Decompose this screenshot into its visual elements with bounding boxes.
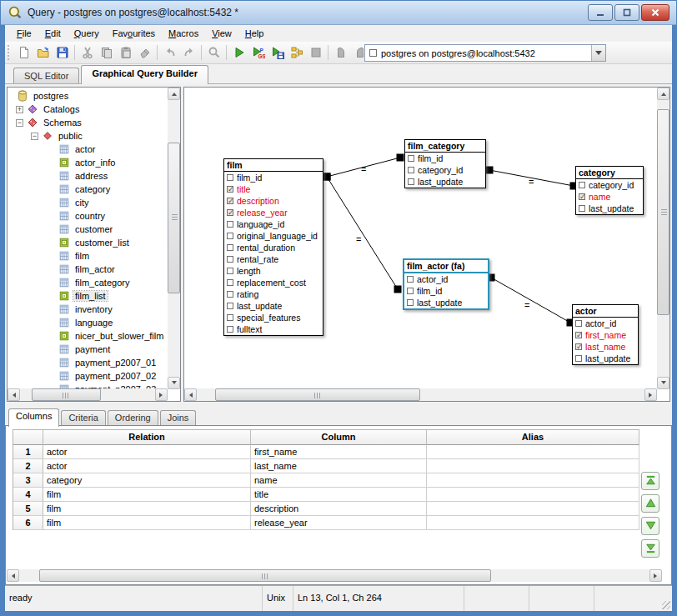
tree-item-payment-p2007-03[interactable]: payment_p2007_03 [8,383,168,388]
grid-cell-column[interactable]: name [251,473,427,488]
column-checkbox[interactable] [227,268,233,274]
menu-macros[interactable]: Macros [162,27,205,40]
grid-row-number[interactable]: 6 [13,516,43,530]
move-to-bottom-button[interactable] [641,539,659,558]
grid-cell-relation[interactable]: category [43,473,251,488]
scroll-thumb[interactable] [215,388,420,401]
grid-cell-relation[interactable]: actor [43,445,251,459]
execute-to-file-button[interactable] [268,43,287,63]
tree-item-actor-info[interactable]: actor_info [8,156,168,169]
column-checkbox[interactable] [579,182,585,188]
column-checkbox[interactable] [227,209,233,216]
canvas-vscrollbar[interactable] [657,88,669,389]
grid-cell-relation[interactable]: film [43,516,251,530]
menu-view[interactable]: View [205,27,238,40]
tree-item-category[interactable]: category [8,183,168,196]
move-to-top-button[interactable] [641,472,659,490]
scroll-thumb[interactable] [39,569,492,582]
minus-expander-icon[interactable]: − [16,119,23,127]
column-checkbox[interactable] [407,288,414,294]
cancel-query-button[interactable] [306,43,325,63]
diagram-table-film[interactable]: filmfilm_idtitledescriptionrelease_yearl… [223,158,323,336]
minus-expander-icon[interactable]: − [31,133,38,140]
redo-button[interactable] [179,43,198,63]
column-checkbox[interactable] [227,198,233,204]
column-checkbox[interactable] [575,343,582,350]
tab-criteria[interactable]: Criteria [61,410,105,425]
column-checkbox[interactable] [408,155,414,162]
grid-row-number[interactable]: 1 [13,445,43,459]
grid-cell-column[interactable]: title [251,488,427,502]
menu-help[interactable]: Help [238,27,271,40]
column-checkbox[interactable] [227,174,233,181]
diagram-table-film-actor-fa[interactable]: film_actor (fa)actor_idfilm_idlast_updat… [403,258,489,310]
new-file-button[interactable] [14,43,33,63]
scroll-left-button[interactable] [184,388,197,401]
grid-cell-relation[interactable]: film [43,488,251,502]
scroll-left-button[interactable] [8,388,20,401]
tree-item-country[interactable]: country [8,209,168,223]
paste-button[interactable] [116,43,135,63]
join-line-film-actor-fa-actor[interactable] [491,278,570,323]
tree-item-city[interactable]: city [8,196,168,209]
grid-cell-column[interactable]: last_name [251,459,427,473]
commit-transaction-button[interactable] [331,43,350,63]
column-checkbox[interactable] [579,193,585,200]
tree-item-language[interactable]: language [8,316,168,329]
column-checkbox[interactable] [575,332,582,338]
tree-item-film[interactable]: film [8,249,168,263]
column-checkbox[interactable] [227,244,233,251]
close-button[interactable] [641,4,669,21]
clear-window-button[interactable] [135,43,154,63]
tree-item-actor[interactable]: actor [8,143,168,156]
grid-cell-relation[interactable]: film [43,502,251,516]
cut-button[interactable] [78,43,97,63]
column-checkbox[interactable] [575,355,582,362]
grid-row-number[interactable]: 3 [13,473,43,488]
scroll-right-button[interactable] [649,569,662,582]
tab-columns[interactable]: Columns [8,408,59,427]
execute-pgscript-button[interactable]: PGS [248,43,268,63]
join-connector[interactable] [397,154,404,162]
scroll-thumb[interactable] [168,143,180,294]
move-up-button[interactable] [641,494,659,513]
grid-cell-alias[interactable] [427,459,639,473]
grid-cell-relation[interactable]: actor [43,459,251,473]
connection-combobox[interactable]: postgres on postgres@localhost:5432 [364,44,606,62]
tree-hscrollbar[interactable] [8,388,168,401]
column-checkbox[interactable] [227,186,233,193]
join-connector[interactable] [486,167,494,174]
tab-graphical-query-builder[interactable]: Graphical Query Builder [81,65,208,84]
undo-button[interactable] [160,43,179,63]
column-checkbox[interactable] [227,279,233,286]
join-connector[interactable] [323,173,331,181]
execute-query-button[interactable] [229,43,248,63]
column-checkbox[interactable] [407,299,414,306]
column-checkbox[interactable] [408,178,414,185]
open-file-button[interactable] [33,43,53,63]
menu-favourites[interactable]: Favourites [106,27,162,40]
scroll-up-button[interactable] [657,88,669,100]
column-checkbox[interactable] [575,320,582,327]
column-checkbox[interactable] [227,221,233,228]
diagram-table-actor[interactable]: actoractor_idfirst_namelast_namelast_upd… [572,304,639,365]
tree-item-film-category[interactable]: film_category [8,276,168,289]
tree-item-address[interactable]: address [8,169,168,183]
scroll-down-button[interactable] [657,377,669,389]
column-checkbox[interactable] [227,314,233,321]
grid-cell-alias[interactable] [427,445,639,459]
find-button[interactable] [204,43,223,63]
scroll-down-button[interactable] [168,377,180,389]
grid-hscrollbar[interactable] [7,569,662,582]
plus-expander-icon[interactable]: + [16,106,23,113]
grid-cell-alias[interactable] [427,502,639,516]
scroll-thumb[interactable] [657,109,669,316]
tree-item-catalogs[interactable]: +Catalogs [8,103,168,116]
grid-cell-alias[interactable] [427,516,639,530]
save-button[interactable] [53,43,72,63]
tree-item-film-list[interactable]: film_list [8,289,168,303]
diagram-table-film-category[interactable]: film_categoryfilm_idcategory_idlast_upda… [404,139,486,188]
scroll-thumb[interactable] [32,388,101,401]
scroll-right-button[interactable] [155,388,168,401]
column-checkbox[interactable] [227,256,233,263]
